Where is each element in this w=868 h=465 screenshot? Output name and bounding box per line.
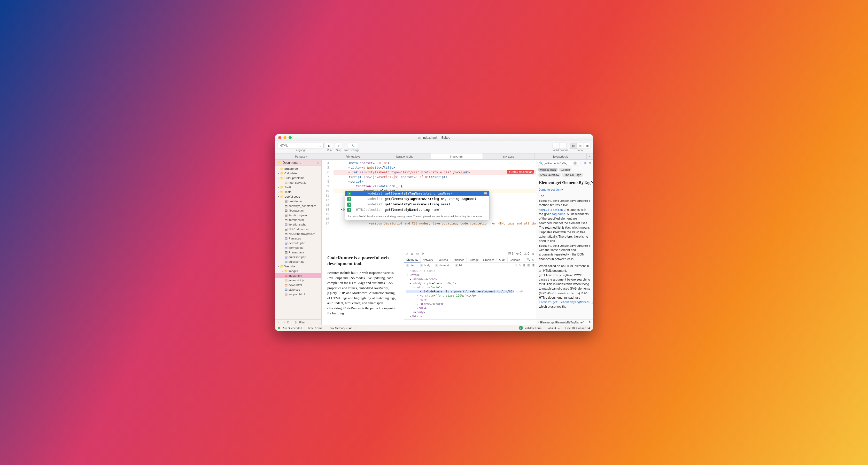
inspector-tab[interactable]: Network — [421, 257, 435, 262]
current-function[interactable]: validateForm — [517, 325, 545, 331]
view-console-button[interactable]: ▭ — [577, 143, 584, 149]
file-tab[interactable]: Primes.java — [327, 153, 379, 159]
autocomplete-popup[interactable]: fNodeListgetElementsByTagName(string tag… — [345, 191, 490, 220]
zoom-window-button[interactable] — [288, 136, 292, 139]
sidebar-folder[interactable]: ▸📁bruteforce — [275, 166, 321, 171]
action-button[interactable]: ⚙ — [287, 320, 289, 324]
sidebar-file[interactable]: ▤Primes.java — [275, 250, 321, 255]
inspector-tab[interactable]: Audit — [497, 257, 507, 262]
sidebar-file[interactable]: ▤iterations.php — [275, 222, 321, 227]
gear-icon[interactable]: ⚙ — [588, 161, 591, 165]
sidebar-file[interactable]: ▤news.html — [275, 283, 321, 287]
sidebar-file[interactable]: ▤permute.py — [275, 245, 321, 250]
inspector-tab[interactable]: Elements — [404, 257, 421, 262]
sidebar-file[interactable]: ▤bruteforce.m — [275, 199, 321, 204]
doc-source-pill[interactable]: Stack Overflow — [538, 173, 561, 177]
doc-breadcrumb[interactable]: ‹ Element.getElementsByTagName()⇅ — [536, 319, 593, 325]
sidebar-file[interactable]: ▤permute.php — [275, 241, 321, 245]
sidebar-file[interactable]: ▤NSPredicate.m — [275, 227, 321, 231]
sidebar-back-button[interactable]: ‹ — [317, 161, 318, 164]
sidebar-file[interactable]: ▤iterations.m — [275, 218, 321, 222]
inspector-tab[interactable]: Storage — [467, 257, 481, 262]
sidebar-file[interactable]: ▤NSString traverse.m — [275, 231, 321, 236]
file-tab[interactable]: iterations.php — [379, 153, 431, 159]
layout-icon[interactable]: ▥ — [527, 264, 530, 267]
add-button[interactable]: ⊕ — [532, 252, 534, 255]
sidebar-file[interactable]: ▤style.css — [275, 287, 321, 292]
stop-button[interactable]: ■ — [335, 143, 342, 149]
minimize-window-button[interactable] — [283, 136, 286, 139]
dom-breadcrumb[interactable]: E html〉E body〉E div#main〉E h2⎘⎙▦▥◨ — [404, 263, 536, 268]
doc-link[interactable]: tag name — [552, 212, 565, 216]
sidebar-folder[interactable]: ▸📁Swift — [275, 185, 321, 190]
layout-icon[interactable]: ◨ — [532, 264, 534, 267]
inspector-tab[interactable]: Sources — [435, 257, 450, 262]
doc-link[interactable]: HTMLCollection — [539, 208, 563, 212]
reload-button[interactable]: ↻ — [421, 252, 424, 255]
autocomplete-item[interactable]: fNodeListgetElementsByClassName(string n… — [345, 202, 489, 207]
sidebar-folder[interactable]: ▾📁Useful code — [275, 194, 321, 199]
inspector-tab[interactable]: Graphics — [481, 257, 497, 262]
sidebar-folder[interactable]: ▸📁Euler problems — [275, 176, 321, 180]
inspector-tab[interactable]: Timelines — [450, 257, 467, 262]
sidebar-tree[interactable]: ▸📁bruteforce▸📁Calculator▸📁Euler problems… — [275, 166, 321, 319]
error-badge[interactable]: Stray closing tag — [507, 170, 534, 174]
sidebar-file[interactable]: ▤quicksort.py — [275, 259, 321, 264]
file-tab[interactable]: Parser.py — [275, 153, 327, 159]
sidebar-file[interactable]: ▤support.html — [275, 292, 321, 297]
breadcrumb-item[interactable]: E body — [420, 264, 430, 267]
sidebar-folder[interactable]: ▸📁Calculator — [275, 171, 321, 176]
tab-width[interactable]: Tabs: 4 ⌄ — [544, 325, 563, 331]
doc-link[interactable]: Element.getElementsByTagNameNS() — [539, 300, 593, 304]
sidebar-file[interactable]: ▤index.html — [275, 273, 321, 278]
sidebar-file[interactable]: ▤iterations.java — [275, 213, 321, 218]
view-docs-button[interactable]: ◨ — [584, 143, 591, 149]
code-editor[interactable]: 4567891011121314151617 <meta charset="UT… — [322, 160, 536, 250]
close-inspector-button[interactable]: ✕ — [406, 252, 408, 255]
console-prompt[interactable]: › — [404, 319, 536, 325]
doc-search-input[interactable]: 🔍 getElementsByTag × — [538, 161, 578, 166]
tool-icon[interactable]: ⎘ — [515, 264, 517, 267]
sidebar-file[interactable]: ▤javascript.js — [275, 278, 321, 283]
sidebar-file[interactable]: ▤http_server.js — [275, 180, 321, 185]
search-icon[interactable]: 🔍 — [527, 258, 530, 261]
file-tab[interactable]: index.html — [431, 153, 483, 159]
doc-source-pill[interactable]: Mozilla MDN — [538, 168, 557, 172]
language-selector[interactable]: HTML ⌄ — [277, 143, 324, 149]
back-button[interactable]: ‹ — [553, 143, 560, 149]
sidebar-file[interactable]: ▤conways_constant.m — [275, 204, 321, 208]
dom-tree[interactable]: <!DOCTYPE html> ▾ <html> ▸ <head>…</head… — [404, 268, 536, 319]
run-button[interactable]: ▶ — [326, 143, 333, 149]
jump-to-section[interactable]: Jump to section ▾ — [539, 188, 563, 191]
new-tab-button[interactable]: ＋ — [587, 153, 593, 159]
clear-search-button[interactable]: × — [573, 161, 577, 165]
view-sidebar-button[interactable]: ◧ — [570, 143, 577, 149]
autocomplete-item[interactable]: fHTMLCollectiongetElementsByName(string … — [345, 207, 489, 213]
close-window-button[interactable] — [278, 136, 281, 139]
sidebar-file[interactable]: ▤quicksort.php — [275, 255, 321, 259]
layout-icon[interactable]: ▦ — [523, 264, 525, 267]
sidebar-folder[interactable]: ▸📁Tests — [275, 190, 321, 194]
inspector-tab[interactable]: Console — [507, 257, 522, 262]
eye-icon[interactable]: 👁 — [584, 161, 587, 165]
add-button[interactable]: ＋ — [277, 320, 280, 324]
doc-forward-button[interactable]: › — [581, 161, 582, 165]
print-icon[interactable]: ⎙ — [519, 264, 521, 267]
breadcrumb-item[interactable]: E html — [406, 264, 415, 267]
sidebar-folder[interactable]: ▾📁Website — [275, 264, 321, 269]
doc-back-button[interactable]: ‹ — [580, 161, 581, 165]
breadcrumb-item[interactable]: E h2 — [455, 264, 462, 267]
doc-source-pill[interactable]: Google — [559, 168, 571, 172]
doc-source-pill[interactable]: Find On Page — [562, 173, 583, 177]
folder-icon[interactable]: ▭ — [282, 320, 285, 324]
sidebar-file[interactable]: ▤Parser.py — [275, 236, 321, 241]
sidebar-folder[interactable]: ▸📁images — [275, 269, 321, 273]
layout-button[interactable]: ▭ — [416, 252, 419, 255]
sidebar-file[interactable]: ▤fibonacci.m — [275, 208, 321, 213]
autocomplete-item[interactable]: fNodeListgetElementsByTagNameNS(string n… — [345, 196, 489, 202]
run-settings-button[interactable]: 🔧 — [348, 143, 358, 149]
gear-icon[interactable]: ⚙ — [532, 258, 534, 261]
forward-button[interactable]: › — [560, 143, 567, 149]
autocomplete-item[interactable]: fNodeListgetElementsByTagName(string tag… — [345, 191, 489, 196]
file-tab[interactable]: javascript.js — [535, 153, 587, 159]
